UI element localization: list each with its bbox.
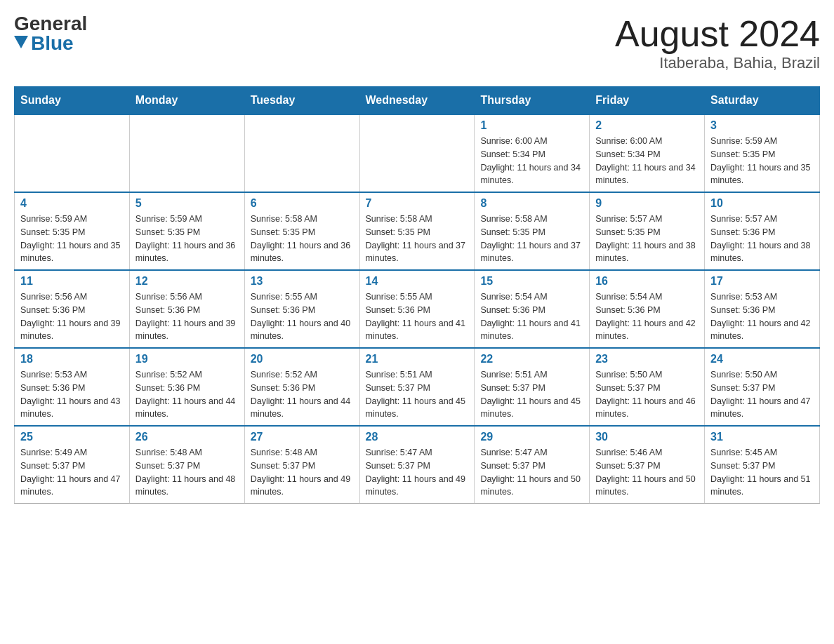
day-info: Sunrise: 5:57 AM Sunset: 5:36 PM Dayligh…	[710, 213, 814, 265]
calendar-cell	[15, 114, 130, 192]
calendar-cell: 20Sunrise: 5:52 AM Sunset: 5:36 PM Dayli…	[244, 348, 359, 426]
day-number: 30	[595, 431, 699, 443]
day-info: Sunrise: 5:53 AM Sunset: 5:36 PM Dayligh…	[20, 368, 124, 421]
day-number: 16	[595, 275, 699, 288]
calendar-cell: 2Sunrise: 6:00 AM Sunset: 5:34 PM Daylig…	[590, 114, 705, 192]
day-number: 23	[595, 353, 699, 365]
calendar-cell: 15Sunrise: 5:54 AM Sunset: 5:36 PM Dayli…	[475, 270, 590, 348]
calendar-cell: 22Sunrise: 5:51 AM Sunset: 5:37 PM Dayli…	[475, 348, 590, 426]
day-number: 1	[480, 119, 583, 132]
weekday-header-row: SundayMondayTuesdayWednesdayThursdayFrid…	[15, 87, 820, 115]
day-info: Sunrise: 5:59 AM Sunset: 5:35 PM Dayligh…	[710, 135, 814, 187]
logo-triangle-icon	[14, 36, 28, 48]
calendar-cell	[359, 114, 475, 192]
day-number: 28	[366, 431, 469, 443]
day-info: Sunrise: 5:54 AM Sunset: 5:36 PM Dayligh…	[480, 290, 583, 343]
calendar-cell: 27Sunrise: 5:48 AM Sunset: 5:37 PM Dayli…	[244, 426, 359, 504]
day-info: Sunrise: 5:49 AM Sunset: 5:37 PM Dayligh…	[20, 446, 124, 499]
day-number: 3	[710, 119, 814, 132]
calendar-cell: 1Sunrise: 6:00 AM Sunset: 5:34 PM Daylig…	[475, 114, 590, 192]
day-number: 6	[251, 197, 354, 210]
day-info: Sunrise: 5:50 AM Sunset: 5:37 PM Dayligh…	[710, 368, 814, 421]
calendar-cell: 28Sunrise: 5:47 AM Sunset: 5:37 PM Dayli…	[359, 426, 475, 504]
month-title: August 2024	[615, 14, 820, 54]
day-number: 8	[480, 197, 583, 210]
day-number: 17	[710, 275, 814, 288]
day-number: 2	[595, 119, 699, 132]
title-section: August 2024 Itaberaba, Bahia, Brazil	[615, 14, 820, 72]
calendar-cell: 21Sunrise: 5:51 AM Sunset: 5:37 PM Dayli…	[359, 348, 475, 426]
calendar-table: SundayMondayTuesdayWednesdayThursdayFrid…	[14, 86, 820, 504]
day-number: 22	[480, 353, 583, 365]
logo-blue-text: Blue	[31, 34, 74, 53]
location-text: Itaberaba, Bahia, Brazil	[615, 54, 820, 72]
day-number: 9	[595, 197, 699, 210]
weekday-header-saturday: Saturday	[705, 87, 820, 115]
day-number: 27	[251, 431, 354, 443]
logo-general-text: General	[14, 14, 87, 34]
calendar-header: SundayMondayTuesdayWednesdayThursdayFrid…	[15, 87, 820, 115]
weekday-header-wednesday: Wednesday	[359, 87, 475, 115]
calendar-cell: 17Sunrise: 5:53 AM Sunset: 5:36 PM Dayli…	[705, 270, 820, 348]
day-number: 26	[135, 431, 239, 443]
weekday-header-thursday: Thursday	[475, 87, 590, 115]
day-number: 12	[135, 275, 239, 288]
day-number: 29	[480, 431, 583, 443]
day-info: Sunrise: 5:59 AM Sunset: 5:35 PM Dayligh…	[20, 213, 124, 265]
calendar-cell	[129, 114, 244, 192]
day-number: 24	[710, 353, 814, 365]
day-info: Sunrise: 5:56 AM Sunset: 5:36 PM Dayligh…	[135, 290, 239, 343]
day-number: 11	[20, 275, 124, 288]
calendar-cell: 29Sunrise: 5:47 AM Sunset: 5:37 PM Dayli…	[475, 426, 590, 504]
day-info: Sunrise: 6:00 AM Sunset: 5:34 PM Dayligh…	[480, 135, 583, 187]
calendar-cell: 9Sunrise: 5:57 AM Sunset: 5:35 PM Daylig…	[590, 192, 705, 270]
day-info: Sunrise: 5:51 AM Sunset: 5:37 PM Dayligh…	[366, 368, 469, 421]
day-number: 15	[480, 275, 583, 288]
calendar-cell: 11Sunrise: 5:56 AM Sunset: 5:36 PM Dayli…	[15, 270, 130, 348]
day-info: Sunrise: 5:48 AM Sunset: 5:37 PM Dayligh…	[135, 446, 239, 499]
calendar-cell: 14Sunrise: 5:55 AM Sunset: 5:36 PM Dayli…	[359, 270, 475, 348]
day-number: 10	[710, 197, 814, 210]
calendar-cell: 30Sunrise: 5:46 AM Sunset: 5:37 PM Dayli…	[590, 426, 705, 504]
calendar-cell: 12Sunrise: 5:56 AM Sunset: 5:36 PM Dayli…	[129, 270, 244, 348]
logo: General Blue	[14, 14, 87, 53]
logo-blue-row: Blue	[14, 34, 74, 53]
day-info: Sunrise: 5:47 AM Sunset: 5:37 PM Dayligh…	[480, 446, 583, 499]
day-info: Sunrise: 5:51 AM Sunset: 5:37 PM Dayligh…	[480, 368, 583, 421]
calendar-cell: 18Sunrise: 5:53 AM Sunset: 5:36 PM Dayli…	[15, 348, 130, 426]
calendar-cell: 4Sunrise: 5:59 AM Sunset: 5:35 PM Daylig…	[15, 192, 130, 270]
calendar-cell: 3Sunrise: 5:59 AM Sunset: 5:35 PM Daylig…	[705, 114, 820, 192]
calendar-cell: 13Sunrise: 5:55 AM Sunset: 5:36 PM Dayli…	[244, 270, 359, 348]
calendar-cell: 25Sunrise: 5:49 AM Sunset: 5:37 PM Dayli…	[15, 426, 130, 504]
calendar-cell: 19Sunrise: 5:52 AM Sunset: 5:36 PM Dayli…	[129, 348, 244, 426]
day-info: Sunrise: 5:58 AM Sunset: 5:35 PM Dayligh…	[251, 213, 354, 265]
day-number: 19	[135, 353, 239, 365]
calendar-cell: 16Sunrise: 5:54 AM Sunset: 5:36 PM Dayli…	[590, 270, 705, 348]
day-info: Sunrise: 5:47 AM Sunset: 5:37 PM Dayligh…	[366, 446, 469, 499]
day-info: Sunrise: 5:55 AM Sunset: 5:36 PM Dayligh…	[251, 290, 354, 343]
calendar-body: 1Sunrise: 6:00 AM Sunset: 5:34 PM Daylig…	[15, 114, 820, 504]
day-number: 18	[20, 353, 124, 365]
day-info: Sunrise: 5:52 AM Sunset: 5:36 PM Dayligh…	[135, 368, 239, 421]
day-number: 5	[135, 197, 239, 210]
day-info: Sunrise: 5:54 AM Sunset: 5:36 PM Dayligh…	[595, 290, 699, 343]
day-info: Sunrise: 5:45 AM Sunset: 5:37 PM Dayligh…	[710, 446, 814, 499]
day-info: Sunrise: 5:55 AM Sunset: 5:36 PM Dayligh…	[366, 290, 469, 343]
weekday-header-tuesday: Tuesday	[244, 87, 359, 115]
day-info: Sunrise: 5:57 AM Sunset: 5:35 PM Dayligh…	[595, 213, 699, 265]
day-number: 20	[251, 353, 354, 365]
calendar-cell: 10Sunrise: 5:57 AM Sunset: 5:36 PM Dayli…	[705, 192, 820, 270]
day-info: Sunrise: 5:48 AM Sunset: 5:37 PM Dayligh…	[251, 446, 354, 499]
calendar-cell: 26Sunrise: 5:48 AM Sunset: 5:37 PM Dayli…	[129, 426, 244, 504]
day-info: Sunrise: 5:50 AM Sunset: 5:37 PM Dayligh…	[595, 368, 699, 421]
calendar-cell: 5Sunrise: 5:59 AM Sunset: 5:35 PM Daylig…	[129, 192, 244, 270]
day-info: Sunrise: 5:46 AM Sunset: 5:37 PM Dayligh…	[595, 446, 699, 499]
day-number: 21	[366, 353, 469, 365]
calendar-cell: 6Sunrise: 5:58 AM Sunset: 5:35 PM Daylig…	[244, 192, 359, 270]
day-info: Sunrise: 5:56 AM Sunset: 5:36 PM Dayligh…	[20, 290, 124, 343]
calendar-week-5: 25Sunrise: 5:49 AM Sunset: 5:37 PM Dayli…	[15, 426, 820, 504]
day-number: 14	[366, 275, 469, 288]
day-number: 7	[366, 197, 469, 210]
calendar-week-2: 4Sunrise: 5:59 AM Sunset: 5:35 PM Daylig…	[15, 192, 820, 270]
weekday-header-friday: Friday	[590, 87, 705, 115]
